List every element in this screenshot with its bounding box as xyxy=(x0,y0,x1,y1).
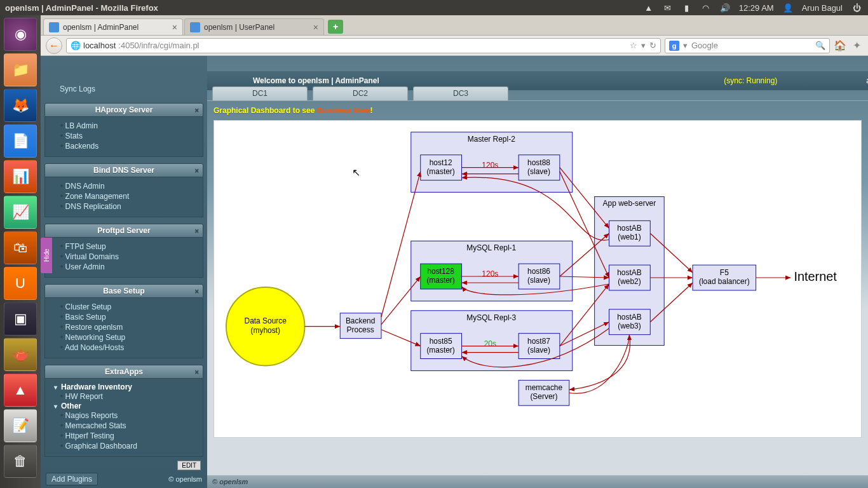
sidebar-link[interactable]: HW Report xyxy=(60,391,196,402)
collapse-icon[interactable]: × xyxy=(195,227,199,234)
sidebar-link[interactable]: Basic Setup xyxy=(60,312,196,322)
sidebar-link[interactable]: DNS Replication xyxy=(60,201,196,212)
svg-text:App web-server: App web-server xyxy=(603,199,656,208)
dropdown-icon[interactable]: ▾ xyxy=(641,41,646,50)
trash-icon[interactable]: 🗑 xyxy=(4,445,37,478)
window-title: openlsm | AdminPanel - Mozilla Firefox xyxy=(0,3,644,13)
tab-adminpanel[interactable]: openlsm | AdminPanel × xyxy=(43,18,183,35)
search-box[interactable]: g ▾ Google 🔍 xyxy=(665,38,830,53)
group-hardware[interactable]: Hardware Inventory xyxy=(54,383,196,391)
back-button[interactable]: ← xyxy=(46,37,62,54)
sidebar-link[interactable]: Cluster Setup xyxy=(60,302,196,312)
tab-bar: openlsm | AdminPanel × openlsm | UserPan… xyxy=(41,15,868,36)
tab-dc3[interactable]: DC3 xyxy=(413,86,508,100)
firefox-window: openlsm | AdminPanel × openlsm | UserPan… xyxy=(41,15,868,488)
sidebar-link[interactable]: User Admin xyxy=(60,262,196,272)
svg-text:(web3): (web3) xyxy=(618,322,641,330)
panel-header[interactable]: Base Setup× xyxy=(44,284,203,298)
sidebar-link[interactable]: FTPd Setup xyxy=(60,241,196,252)
calc-icon[interactable]: 📈 xyxy=(4,196,37,229)
star-icon[interactable]: ☆ xyxy=(630,41,637,50)
vlc-tray-icon[interactable]: ▲ xyxy=(644,3,654,13)
sidebar-link[interactable]: DNS Admin xyxy=(60,181,196,191)
gedit-icon[interactable]: 📝 xyxy=(4,409,37,442)
ubuntu-one-icon[interactable]: U xyxy=(4,267,37,300)
lag: 120s xyxy=(482,269,498,278)
collapse-icon[interactable]: × xyxy=(195,166,199,174)
label: Process xyxy=(347,325,374,334)
dropdown-icon[interactable]: ▾ xyxy=(683,41,688,50)
sidebar-link[interactable]: Memcached Stats xyxy=(60,421,196,431)
panel-extra: ExtraApps× Hardware Inventory HW Report … xyxy=(44,365,203,457)
sidebar-link[interactable]: Backends xyxy=(60,141,196,151)
close-icon[interactable]: × xyxy=(172,22,177,32)
sidebar-link[interactable]: Networking Setup xyxy=(60,332,196,342)
collapse-icon[interactable]: × xyxy=(195,287,199,295)
panel-header[interactable]: Bind DNS Server× xyxy=(44,163,203,177)
search-icon[interactable]: 🔍 xyxy=(815,41,825,50)
terminal-icon[interactable]: ▣ xyxy=(4,302,37,336)
group-other[interactable]: Other xyxy=(54,402,196,410)
close-icon[interactable]: × xyxy=(313,22,318,32)
session-icon[interactable]: ⏻ xyxy=(851,3,862,13)
sidebar-link[interactable]: Stats xyxy=(60,131,196,141)
writer-icon[interactable]: 📄 xyxy=(4,125,37,158)
svg-text:F5: F5 xyxy=(720,268,729,277)
collapse-icon[interactable]: × xyxy=(195,106,199,114)
os-top-bar: openlsm | AdminPanel - Mozilla Firefox ▲… xyxy=(0,0,868,15)
sidebar-link[interactable]: Httperf Testing xyxy=(60,431,196,441)
addon-icon[interactable]: ✦ xyxy=(850,39,863,52)
sidebar-link[interactable]: Restore openlsm xyxy=(60,322,196,332)
main-area: DC1 DC2 DC3 Graphical Dashboard to see B… xyxy=(207,56,868,488)
home-icon[interactable]: 🏠 xyxy=(834,39,846,52)
lag: 120s xyxy=(482,161,498,170)
tab-dc2[interactable]: DC2 xyxy=(313,86,408,100)
app-body: Sync Logs HAproxy Server× LB Admin Stats… xyxy=(41,56,868,488)
svg-text:(master): (master) xyxy=(426,167,454,176)
mail-icon[interactable]: ✉ xyxy=(663,3,673,13)
dash-icon[interactable]: ◉ xyxy=(4,18,37,51)
sidebar-link[interactable]: Add Nodes/Hosts xyxy=(60,342,196,353)
sidebar-link[interactable]: LB Admin xyxy=(60,121,196,131)
svg-text:host86: host86 xyxy=(527,267,550,276)
sidebar-item-synclogs[interactable]: Sync Logs xyxy=(41,83,207,97)
url-bar[interactable]: 🌐 localhost:4050/infra/cgi/main.pl ☆ ▾ ↻ xyxy=(66,38,661,53)
collapse-icon[interactable]: × xyxy=(195,368,199,376)
vlc-icon[interactable]: ▲ xyxy=(4,374,37,407)
files-icon[interactable]: 📁 xyxy=(4,53,37,86)
software-icon[interactable]: 🛍 xyxy=(4,231,37,264)
panel-header[interactable]: Proftpd Server× xyxy=(44,224,203,238)
sidebar-link[interactable]: Virtual Domains xyxy=(60,252,196,262)
firefox-icon[interactable]: 🦊 xyxy=(4,89,37,122)
link[interactable]: Sync Logs xyxy=(60,85,95,93)
sidebar-link[interactable]: Zone Management xyxy=(60,191,196,201)
system-tray: ▲ ✉ ▮ ◠ 🔊 12:29 AM 👤 Arun Bagul ⏻ xyxy=(644,3,868,13)
panel-header[interactable]: ExtraApps× xyxy=(44,365,203,379)
tab-userpanel[interactable]: openlsm | UserPanel × xyxy=(184,18,324,35)
user-name[interactable]: Arun Bagul xyxy=(802,3,843,13)
new-tab-button[interactable]: + xyxy=(328,20,343,34)
sidebar-link[interactable]: Graphical Dashboard xyxy=(60,441,196,451)
svg-text:hostAB: hostAB xyxy=(617,224,642,233)
edit-button[interactable]: EDIT xyxy=(177,461,201,470)
clock[interactable]: 12:29 AM xyxy=(739,3,774,13)
svg-text:MySQL Repl-1: MySQL Repl-1 xyxy=(466,243,516,252)
svg-text:hostAB: hostAB xyxy=(617,313,642,322)
tab-dc1[interactable]: DC1 xyxy=(212,86,308,100)
hide-tab[interactable]: Hide xyxy=(41,238,52,273)
teapot-icon[interactable]: 🫖 xyxy=(4,338,37,371)
svg-text:MySQL Repl-3: MySQL Repl-3 xyxy=(466,313,516,322)
add-plugins-button[interactable]: Add Plugins xyxy=(46,473,98,485)
dashboard-message: Graphical Dashboard to see Business View… xyxy=(207,101,868,120)
wifi-icon[interactable]: ◠ xyxy=(701,3,711,13)
label: (myhost) xyxy=(251,326,280,335)
panel-header[interactable]: HAproxy Server× xyxy=(44,103,203,117)
copyright: © openlsm xyxy=(168,475,202,483)
battery-icon[interactable]: ▮ xyxy=(682,3,692,13)
svg-text:(slave): (slave) xyxy=(527,276,550,285)
sound-icon[interactable]: 🔊 xyxy=(720,3,730,13)
svg-text:(master): (master) xyxy=(426,276,454,285)
impress-icon[interactable]: 📊 xyxy=(4,160,37,193)
reload-icon[interactable]: ↻ xyxy=(649,41,656,50)
sidebar-link[interactable]: Nagios Reports xyxy=(60,410,196,421)
